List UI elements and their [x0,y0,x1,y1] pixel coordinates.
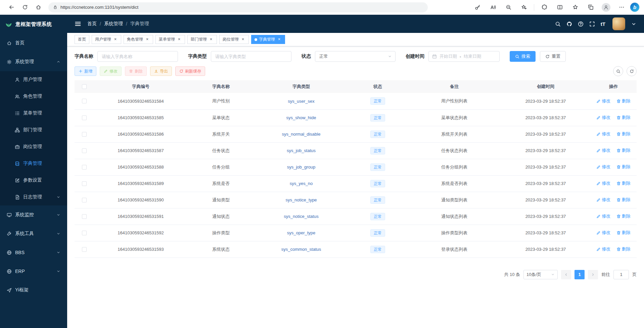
menu-item[interactable]: 首页 [0,34,67,52]
edit-link[interactable]: 修改 [596,180,610,186]
menu-item[interactable]: 菜单管理 [0,105,67,122]
edit-link[interactable]: 修改 [596,230,610,236]
page-size-select[interactable]: 10条/页 [523,270,558,279]
menu-item[interactable]: 日志管理 [0,189,67,205]
menu-item[interactable]: 字典管理 [0,155,67,172]
delete-link[interactable]: 删除 [616,147,631,153]
dict-type-input[interactable] [211,51,291,62]
github-icon[interactable] [566,21,572,27]
menu-item[interactable]: 系统工具 [0,224,67,243]
row-checkbox[interactable] [82,214,87,219]
tab-close-icon[interactable]: × [277,37,282,42]
row-checkbox[interactable] [82,247,87,252]
delete-link[interactable]: 删除 [616,164,631,170]
delete-link[interactable]: 删除 [616,180,631,186]
delete-link[interactable]: 删除 [616,98,631,104]
row-checkbox[interactable] [82,181,87,186]
table-refresh-button[interactable] [627,66,637,76]
extensions-button[interactable] [538,2,551,13]
tab[interactable]: 菜单管理 × [155,35,185,44]
status-select[interactable]: 正常 [315,51,396,62]
edit-link[interactable]: 修改 [596,114,610,121]
tab-close-icon[interactable]: × [177,37,182,42]
dict-type-link[interactable]: sys_notice_type [285,197,317,202]
edit-link[interactable]: 修改 [596,164,610,170]
menu-item[interactable]: Yi框架 [0,281,67,299]
help-icon[interactable] [578,21,584,27]
fullscreen-icon[interactable] [589,21,595,27]
delete-button[interactable]: 删除 [125,66,147,76]
add-button[interactable]: 新增 [75,66,96,76]
dict-type-link[interactable]: sys_notice_status [284,214,318,219]
zoom-button[interactable] [502,2,515,13]
browser-menu-button[interactable] [615,2,628,13]
page-number-button[interactable]: 1 [574,270,585,279]
row-checkbox[interactable] [82,165,87,170]
edit-button[interactable]: 修改 [100,66,122,76]
read-aloud-button[interactable] [486,2,500,13]
dict-type-link[interactable]: sys_user_sex [288,99,314,104]
refresh-cache-button[interactable]: 刷新缓存 [175,66,205,76]
reset-button[interactable]: 重置 [540,51,566,62]
font-size-icon[interactable]: tT [601,21,605,27]
delete-link[interactable]: 删除 [616,230,631,236]
favorites-button[interactable] [568,2,582,13]
delete-link[interactable]: 删除 [616,114,631,121]
dict-name-input[interactable] [97,51,178,62]
tab-close-icon[interactable]: × [209,37,214,42]
tab[interactable]: 部门管理 × [187,35,217,44]
back-button[interactable] [5,2,18,13]
tab-close-icon[interactable]: × [240,37,245,42]
tab[interactable]: 首页 × [75,35,89,44]
split-screen-button[interactable] [553,2,566,13]
search-icon[interactable] [555,21,561,27]
search-toggle-button[interactable] [613,66,623,76]
user-avatar[interactable] [612,17,625,30]
row-checkbox[interactable] [82,115,87,120]
row-checkbox[interactable] [82,99,87,103]
menu-item[interactable]: ERP [0,262,67,281]
menu-item[interactable]: BBS [0,243,67,262]
dict-type-link[interactable]: sys_show_hide [286,115,316,120]
edit-link[interactable]: 修改 [596,147,610,153]
dict-type-link[interactable]: sys_oper_type [287,230,316,235]
tab[interactable]: 角色管理 × [124,35,153,44]
edit-link[interactable]: 修改 [596,213,610,219]
edit-link[interactable]: 修改 [596,246,610,252]
bing-chat-icon[interactable]: b [630,3,639,12]
dict-type-link[interactable]: sys_normal_disable [282,132,321,137]
dict-type-link[interactable]: sys_job_status [287,148,316,153]
menu-item[interactable]: 系统监控 [0,205,67,224]
row-checkbox[interactable] [82,148,87,153]
menu-item[interactable]: 系统管理 [0,52,67,71]
goto-input[interactable] [613,270,629,279]
dict-type-link[interactable]: sys_job_group [287,165,316,170]
password-key-button[interactable] [471,2,484,13]
breadcrumb-item[interactable]: 字典管理 [130,21,149,27]
export-button[interactable]: 导出 [150,66,172,76]
dict-type-link[interactable]: sys_yes_no [290,181,313,186]
breadcrumb-item[interactable]: 系统管理 / [104,21,130,27]
home-button[interactable] [32,2,45,13]
select-all-checkbox[interactable] [82,84,87,89]
browser-profile-button[interactable] [599,2,613,13]
tab-close-icon[interactable]: × [145,37,150,42]
tab[interactable]: 用户管理 × [92,35,121,44]
menu-item[interactable]: 用户管理 [0,71,67,88]
menu-item[interactable]: 角色管理 [0,88,67,105]
hamburger-icon[interactable] [75,20,81,27]
menu-item[interactable]: 岗位管理 [0,138,67,155]
delete-link[interactable]: 删除 [616,197,631,203]
edit-link[interactable]: 修改 [596,98,610,104]
row-checkbox[interactable] [82,198,87,202]
breadcrumb-item[interactable]: 首页 / [87,21,104,27]
tab[interactable]: 字典管理 × [251,35,285,44]
caret-down-icon[interactable] [631,21,637,27]
refresh-button[interactable] [18,2,32,13]
dict-type-link[interactable]: sys_common_status [281,247,321,252]
date-range-picker[interactable]: 开始日期 - 结束日期 [428,51,500,62]
favorite-add-button[interactable] [517,2,531,13]
prev-page-button[interactable] [561,270,571,279]
row-checkbox[interactable] [82,231,87,235]
menu-item[interactable]: 参数设置 [0,172,67,189]
